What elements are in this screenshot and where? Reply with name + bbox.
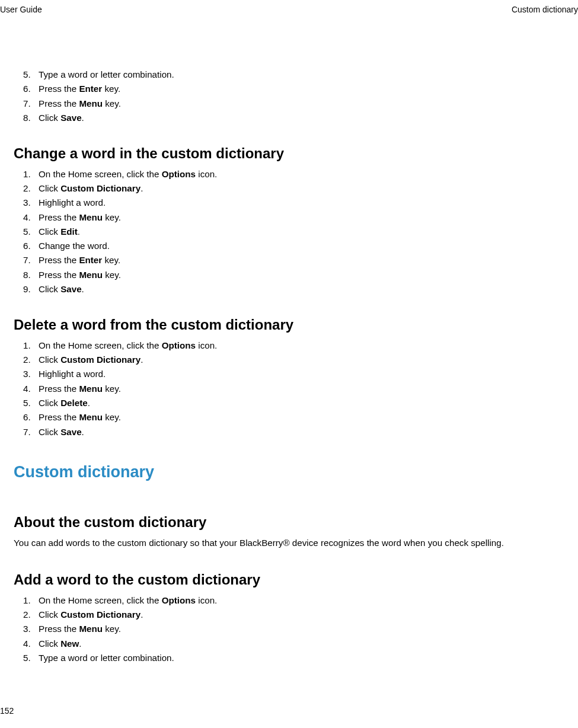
page-header: User Guide Custom dictionary	[0, 0, 578, 16]
about-paragraph: You can add words to the custom dictiona…	[14, 537, 564, 550]
add-steps-list: 1.On the Home screen, click the Options …	[14, 594, 564, 665]
list-item-text: Click Save.	[39, 283, 564, 296]
list-item-text: Highlight a word.	[39, 196, 564, 210]
list-item-number: 5.	[23, 397, 39, 410]
list-item: 2.Click Custom Dictionary.	[23, 182, 564, 196]
list-item: 2.Click Custom Dictionary.	[23, 353, 564, 367]
list-item-text: Press the Menu key.	[39, 97, 564, 111]
list-item: 1.On the Home screen, click the Options …	[23, 594, 564, 608]
list-item-number: 4.	[23, 382, 39, 396]
list-item: 6.Press the Menu key.	[23, 411, 564, 424]
change-steps-list: 1.On the Home screen, click the Options …	[14, 168, 564, 296]
header-right: Custom dictionary	[512, 4, 578, 16]
list-item-text: Click Save.	[39, 111, 564, 125]
list-item-text: Press the Menu key.	[39, 211, 564, 225]
list-item-number: 7.	[23, 426, 39, 439]
list-item-number: 8.	[23, 111, 39, 125]
list-item: 4.Click New.	[23, 637, 564, 651]
list-item: 8.Click Save.	[23, 111, 564, 125]
list-item: 5.Type a word or letter combination.	[23, 652, 564, 665]
delete-steps-list: 1.On the Home screen, click the Options …	[14, 339, 564, 439]
list-item: 6.Press the Enter key.	[23, 82, 564, 96]
list-item-number: 8.	[23, 269, 39, 282]
list-item-text: Click Custom Dictionary.	[39, 608, 564, 622]
list-item-text: Click Custom Dictionary.	[39, 353, 564, 367]
list-item-number: 3.	[23, 622, 39, 636]
list-item-number: 1.	[23, 594, 39, 608]
list-item: 7.Press the Enter key.	[23, 254, 564, 267]
list-item-number: 1.	[23, 339, 39, 353]
heading-add: Add a word to the custom dictionary	[14, 569, 564, 590]
list-item-number: 3.	[23, 196, 39, 210]
list-item-number: 6.	[23, 82, 39, 96]
list-item-number: 3.	[23, 368, 39, 381]
list-item: 2.Click Custom Dictionary.	[23, 608, 564, 622]
list-item-text: Change the word.	[39, 240, 564, 253]
list-item-text: Type a word or letter combination.	[39, 68, 564, 82]
list-item-number: 5.	[23, 225, 39, 239]
list-item-number: 4.	[23, 211, 39, 225]
list-item-text: Press the Menu key.	[39, 269, 564, 282]
heading-about: About the custom dictionary	[14, 512, 564, 533]
main-heading: Custom dictionary	[14, 460, 564, 484]
list-item-text: Press the Enter key.	[39, 82, 564, 96]
header-left: User Guide	[0, 4, 42, 16]
list-item: 1.On the Home screen, click the Options …	[23, 339, 564, 353]
list-item: 3.Highlight a word.	[23, 196, 564, 210]
list-item: 8.Press the Menu key.	[23, 269, 564, 282]
list-item-text: Type a word or letter combination.	[39, 652, 564, 665]
list-item-text: On the Home screen, click the Options ic…	[39, 168, 564, 181]
list-item-text: Click Delete.	[39, 397, 564, 410]
list-item-text: Click Save.	[39, 426, 564, 439]
list-item: 3.Highlight a word.	[23, 368, 564, 381]
list-item-text: Press the Menu key.	[39, 622, 564, 636]
list-item: 6.Change the word.	[23, 240, 564, 253]
list-item-number: 1.	[23, 168, 39, 181]
list-item-text: Click Edit.	[39, 225, 564, 239]
list-item-number: 5.	[23, 652, 39, 665]
continued-steps-list: 5.Type a word or letter combination.6.Pr…	[14, 68, 564, 125]
list-item: 9.Click Save.	[23, 283, 564, 296]
heading-delete: Delete a word from the custom dictionary	[14, 314, 564, 336]
list-item-number: 7.	[23, 97, 39, 111]
list-item-number: 5.	[23, 68, 39, 82]
list-item-text: Highlight a word.	[39, 368, 564, 381]
list-item: 1.On the Home screen, click the Options …	[23, 168, 564, 181]
list-item: 7.Click Save.	[23, 426, 564, 439]
list-item-text: Click Custom Dictionary.	[39, 182, 564, 196]
list-item-text: On the Home screen, click the Options ic…	[39, 594, 564, 608]
list-item-text: Press the Menu key.	[39, 382, 564, 396]
list-item: 3.Press the Menu key.	[23, 622, 564, 636]
list-item-number: 2.	[23, 608, 39, 622]
list-item: 5.Click Edit.	[23, 225, 564, 239]
list-item-number: 9.	[23, 283, 39, 296]
list-item-number: 6.	[23, 411, 39, 424]
list-item-text: On the Home screen, click the Options ic…	[39, 339, 564, 353]
list-item-number: 2.	[23, 353, 39, 367]
list-item: 7.Press the Menu key.	[23, 97, 564, 111]
list-item-text: Press the Enter key.	[39, 254, 564, 267]
page-number: 152	[0, 705, 14, 717]
list-item: 5.Type a word or letter combination.	[23, 68, 564, 82]
list-item: 5.Click Delete.	[23, 397, 564, 410]
list-item-text: Press the Menu key.	[39, 411, 564, 424]
heading-change: Change a word in the custom dictionary	[14, 143, 564, 164]
list-item-number: 6.	[23, 240, 39, 253]
list-item: 4.Press the Menu key.	[23, 382, 564, 396]
list-item-number: 4.	[23, 637, 39, 651]
list-item-text: Click New.	[39, 637, 564, 651]
list-item: 4.Press the Menu key.	[23, 211, 564, 225]
list-item-number: 7.	[23, 254, 39, 267]
list-item-number: 2.	[23, 182, 39, 196]
